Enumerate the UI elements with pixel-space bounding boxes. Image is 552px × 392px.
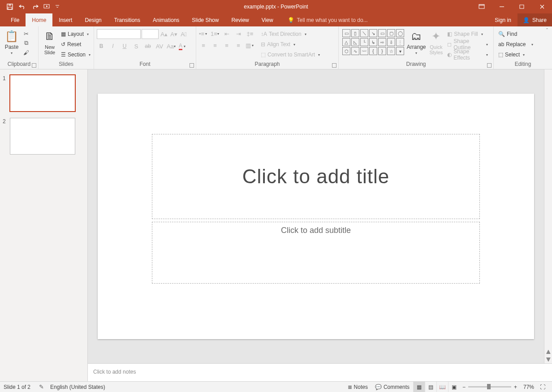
shape-textbox-icon[interactable]: ▭ — [342, 29, 350, 37]
ribbon-display-options-icon[interactable] — [471, 0, 492, 13]
slide[interactable]: Click to add title Click to add subtitle — [98, 94, 534, 339]
close-icon[interactable] — [532, 0, 552, 13]
increase-font-icon[interactable]: A▴ — [160, 30, 168, 39]
shape-rightbrace-icon[interactable]: } — [378, 47, 386, 55]
numbering-icon[interactable]: 1≡▾ — [211, 29, 220, 38]
decrease-font-icon[interactable]: A▾ — [169, 30, 178, 39]
zoom-level[interactable]: 77% — [520, 384, 534, 390]
slide-indicator[interactable]: Slide 1 of 2 — [4, 384, 37, 390]
drawing-dialog-launcher[interactable] — [487, 63, 492, 68]
slide-canvas-area[interactable]: Click to add title Click to add subtitle — [88, 69, 544, 363]
thumbnail-preview[interactable] — [10, 75, 75, 112]
paste-button[interactable]: 📋 Paste▾ — [3, 28, 21, 61]
bullets-icon[interactable]: •≡▾ — [199, 29, 208, 38]
language-indicator[interactable]: English (United States) — [46, 384, 110, 390]
shape-blockarrow-down-icon[interactable]: ⇩ — [387, 38, 395, 46]
share-button[interactable]: 👤 Share — [518, 13, 552, 26]
thumbnail-preview[interactable] — [10, 118, 75, 155]
tell-me[interactable]: 💡 Tell me what you want to do... — [280, 17, 368, 23]
tab-review[interactable]: Review — [225, 13, 255, 26]
format-painter-icon[interactable]: 🖌 — [22, 48, 30, 57]
tab-home[interactable]: Home — [26, 13, 52, 26]
minimize-icon[interactable] — [492, 0, 512, 13]
cut-icon[interactable]: ✂ — [22, 29, 30, 38]
title-placeholder[interactable]: Click to add title — [152, 134, 480, 219]
tab-view[interactable]: View — [255, 13, 280, 26]
shape-effects-button[interactable]: ◐Shape Effects▾ — [445, 50, 491, 60]
slide-thumbnail[interactable]: 2 — [3, 118, 83, 155]
fit-to-window-icon[interactable]: ⛶ — [537, 382, 548, 392]
vertical-scrollbar[interactable]: ⯅ ⯆ — [544, 69, 552, 363]
zoom-slider-handle[interactable] — [487, 384, 491, 389]
font-size-input[interactable] — [142, 29, 159, 39]
save-icon[interactable] — [4, 0, 16, 13]
reading-view-icon[interactable]: 📖 — [436, 382, 448, 392]
tab-slide-show[interactable]: Slide Show — [185, 13, 225, 26]
shape-freeform-icon[interactable]: 〰 — [360, 47, 368, 55]
shape-rect-icon[interactable]: ▭ — [378, 29, 386, 37]
shape-right-tri-icon[interactable]: ◺ — [351, 38, 359, 46]
tab-design[interactable]: Design — [78, 13, 108, 26]
shape-star-icon[interactable]: ☆ — [387, 47, 395, 55]
shape-hex-icon[interactable]: ⬡ — [342, 47, 350, 55]
shape-fill-button[interactable]: ◧Shape Fill▾ — [445, 29, 491, 39]
normal-view-icon[interactable]: ▦ — [413, 382, 425, 392]
change-case-icon[interactable]: Aa▾ — [167, 42, 176, 51]
shapes-gallery[interactable]: ▭ ▯ ＼ ↘ ▭ ▢ ◯ △ ◺ └ ↳ ⇨ ⇩ ⋮ ⬡ ∿ 〰 { } ☆ — [341, 28, 405, 61]
char-spacing-icon[interactable]: AV — [155, 42, 164, 51]
paragraph-dialog-launcher[interactable] — [332, 63, 336, 68]
clipboard-dialog-launcher[interactable] — [32, 63, 36, 68]
tab-transitions[interactable]: Transitions — [108, 13, 147, 26]
shape-vtextbox-icon[interactable]: ▯ — [351, 29, 359, 37]
slide-thumbnail[interactable]: 1 — [3, 75, 83, 112]
find-button[interactable]: 🔍Find — [496, 29, 536, 39]
shape-iso-tri-icon[interactable]: △ — [342, 38, 350, 46]
italic-icon[interactable]: I — [108, 42, 117, 51]
shape-arrowconnector-icon[interactable]: ↳ — [369, 38, 377, 46]
bold-icon[interactable]: B — [97, 42, 106, 51]
zoom-out-icon[interactable]: − — [462, 384, 466, 390]
replace-button[interactable]: abReplace▾ — [496, 39, 536, 49]
font-dialog-launcher[interactable] — [190, 63, 194, 68]
shapes-gallery-expand-icon[interactable]: ▾ — [396, 47, 404, 55]
tab-file[interactable]: File — [4, 13, 26, 26]
prev-slide-icon[interactable]: ⯅ — [546, 349, 551, 355]
shape-curve-icon[interactable]: ∿ — [351, 47, 359, 55]
justify-icon[interactable]: ≡ — [234, 41, 243, 50]
shape-more-icon[interactable]: ⋮ — [396, 38, 404, 46]
shape-lconnector-icon[interactable]: └ — [360, 38, 368, 46]
copy-icon[interactable]: ⧉ — [22, 39, 30, 47]
next-slide-icon[interactable]: ⯆ — [546, 356, 551, 362]
slideshow-view-icon[interactable]: ▣ — [448, 382, 460, 392]
strikethrough-icon[interactable]: ab — [143, 42, 152, 51]
undo-icon[interactable] — [16, 0, 29, 13]
notes-pane[interactable]: Click to add notes — [88, 363, 552, 381]
section-button[interactable]: ☰Section▾ — [59, 50, 94, 60]
shape-outline-button[interactable]: ◻Shape Outline▾ — [445, 39, 491, 49]
align-left-icon[interactable]: ≡ — [199, 41, 208, 50]
layout-button[interactable]: ▦Layout▾ — [59, 29, 94, 39]
notes-toggle-button[interactable]: ≣Notes — [344, 382, 371, 392]
font-name-input[interactable] — [97, 29, 141, 39]
maximize-icon[interactable] — [512, 0, 532, 13]
qat-customize-icon[interactable] — [54, 0, 61, 13]
align-text-button[interactable]: ⊟Align Text▾ — [259, 39, 323, 49]
collapse-ribbon-icon[interactable]: ˆ — [543, 27, 551, 34]
shape-leftbrace-icon[interactable]: { — [369, 47, 377, 55]
tab-insert[interactable]: Insert — [52, 13, 78, 26]
text-shadow-icon[interactable]: S — [132, 42, 141, 51]
align-right-icon[interactable]: ≡ — [222, 41, 231, 50]
subtitle-placeholder[interactable]: Click to add subtitle — [152, 222, 480, 284]
increase-indent-icon[interactable]: ⇥ — [234, 29, 243, 38]
decrease-indent-icon[interactable]: ⇤ — [222, 29, 231, 38]
shape-arrow-icon[interactable]: ↘ — [369, 29, 377, 37]
shape-line-icon[interactable]: ＼ — [360, 29, 368, 37]
underline-icon[interactable]: U — [120, 42, 129, 51]
reset-button[interactable]: ↺Reset — [59, 39, 94, 49]
redo-icon[interactable] — [29, 0, 41, 13]
align-center-icon[interactable]: ≡ — [211, 41, 220, 50]
shape-blockarrow-icon[interactable]: ⇨ — [378, 38, 386, 46]
shape-roundrect-icon[interactable]: ▢ — [387, 29, 395, 37]
convert-smartart-button[interactable]: ⬚Convert to SmartArt▾ — [259, 50, 323, 60]
slide-thumbnail-pane[interactable]: 1 2 — [0, 69, 88, 381]
